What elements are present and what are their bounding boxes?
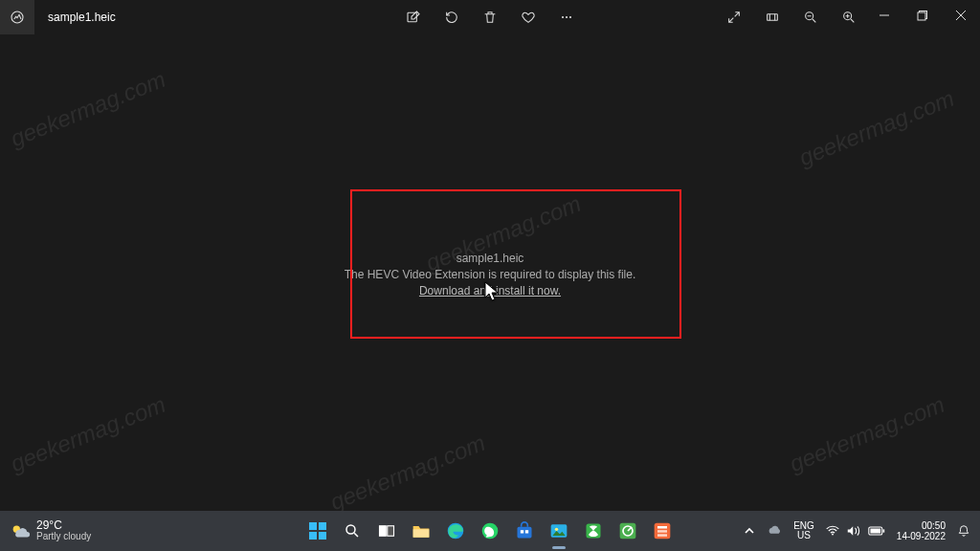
- weather-temp: 29°C: [36, 519, 91, 531]
- xbox-button[interactable]: [579, 517, 608, 545]
- edit-icon[interactable]: [397, 1, 430, 33]
- camtasia-button[interactable]: [613, 517, 642, 545]
- svg-rect-11: [309, 522, 317, 530]
- svg-rect-14: [319, 532, 326, 540]
- svg-rect-32: [657, 534, 667, 537]
- taskbar: 29°C Partly cloudy ENG US 00:50 14-09-20: [0, 511, 980, 551]
- watermark: geekermag.com: [7, 66, 169, 152]
- message-info: The HEVC Video Extension is required to …: [345, 267, 636, 283]
- taskview-button[interactable]: [372, 517, 401, 545]
- photos-button[interactable]: [545, 517, 573, 545]
- svg-rect-23: [525, 530, 528, 533]
- whatsapp-button[interactable]: [476, 517, 504, 545]
- rotate-icon[interactable]: [435, 1, 468, 33]
- svg-point-25: [555, 528, 558, 531]
- download-link[interactable]: Download and install it now.: [419, 284, 561, 298]
- weather-cond: Partly cloudy: [36, 531, 91, 542]
- lang-bottom: US: [797, 531, 811, 540]
- svg-point-2: [562, 16, 564, 18]
- svg-rect-5: [768, 14, 778, 21]
- weather-icon: [10, 520, 31, 541]
- clock-date: 14-09-2022: [897, 531, 946, 541]
- edge-button[interactable]: [441, 517, 470, 545]
- file-explorer-button[interactable]: [407, 517, 435, 545]
- app-button[interactable]: [648, 517, 677, 545]
- svg-rect-36: [882, 529, 884, 532]
- taskbar-apps: [303, 517, 677, 545]
- svg-point-15: [346, 525, 355, 534]
- svg-rect-35: [870, 529, 880, 534]
- start-button[interactable]: [303, 517, 332, 545]
- language-indicator[interactable]: ENG US: [793, 521, 814, 540]
- search-button[interactable]: [338, 517, 367, 545]
- window-title: sample1.heic: [48, 11, 116, 24]
- toolbar-center: [397, 0, 583, 34]
- fullscreen-icon[interactable]: [718, 1, 750, 33]
- photos-app-window: sample1.heic sample1.heic The HEVC Video…: [0, 0, 980, 511]
- favorite-icon[interactable]: [512, 1, 545, 33]
- watermark: geekermag.com: [7, 391, 169, 477]
- svg-rect-9: [918, 12, 925, 20]
- svg-rect-18: [413, 529, 430, 537]
- window-controls: [865, 0, 980, 31]
- svg-rect-21: [518, 527, 532, 539]
- notifications-icon[interactable]: [957, 524, 970, 538]
- svg-point-3: [566, 16, 568, 18]
- zoom-in-icon[interactable]: [833, 1, 865, 33]
- svg-rect-22: [521, 530, 523, 533]
- message-block: sample1.heic The HEVC Video Extension is…: [345, 251, 636, 299]
- wifi-icon: [826, 525, 839, 537]
- svg-rect-13: [309, 532, 317, 540]
- svg-rect-30: [657, 526, 667, 529]
- watermark: geekermag.com: [795, 85, 958, 171]
- titlebar: sample1.heic: [0, 0, 980, 34]
- clock[interactable]: 00:50 14-09-2022: [897, 520, 946, 541]
- maximize-button[interactable]: [903, 0, 942, 31]
- message-filename: sample1.heic: [345, 251, 636, 267]
- svg-point-4: [569, 16, 571, 18]
- store-button[interactable]: [510, 517, 539, 545]
- toolbar-right: [718, 0, 865, 34]
- svg-rect-17: [388, 526, 394, 537]
- minimize-button[interactable]: [865, 0, 903, 31]
- filmstrip-icon[interactable]: [756, 1, 789, 33]
- svg-rect-16: [380, 526, 387, 537]
- onedrive-icon[interactable]: [767, 525, 782, 537]
- watermark: geekermag.com: [326, 430, 489, 516]
- tray-status-icons[interactable]: [826, 525, 885, 537]
- svg-rect-12: [319, 522, 326, 530]
- svg-point-33: [832, 534, 834, 536]
- tray-chevron-icon[interactable]: [744, 525, 755, 537]
- delete-icon[interactable]: [474, 1, 506, 33]
- zoom-out-icon[interactable]: [794, 1, 827, 33]
- app-icon[interactable]: [0, 0, 34, 34]
- volume-icon: [847, 525, 860, 537]
- weather-widget[interactable]: 29°C Partly cloudy: [0, 519, 163, 542]
- watermark: geekermag.com: [786, 391, 948, 477]
- svg-rect-31: [657, 530, 667, 533]
- system-tray: ENG US 00:50 14-09-2022: [744, 520, 970, 541]
- clock-time: 00:50: [922, 520, 946, 531]
- battery-icon: [868, 526, 885, 536]
- close-button[interactable]: [942, 0, 980, 31]
- more-icon[interactable]: [550, 1, 583, 33]
